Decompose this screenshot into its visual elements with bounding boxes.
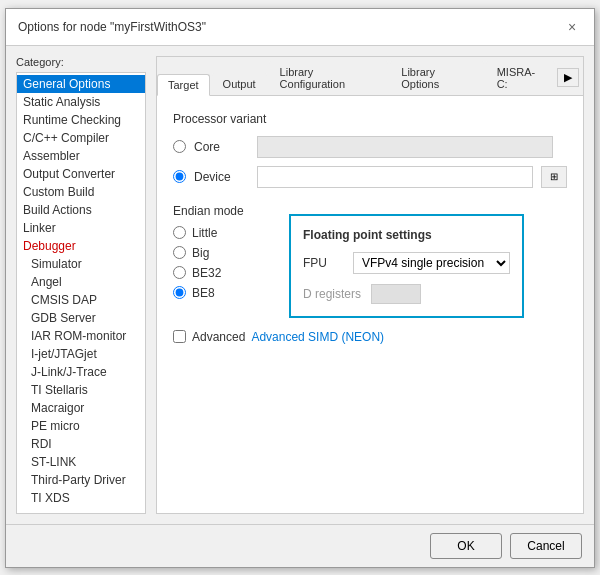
core-radio[interactable] [173,140,186,153]
advanced-simd-link[interactable]: Advanced SIMD (NEON) [251,330,384,344]
device-radio[interactable] [173,170,186,183]
be32-radio[interactable] [173,266,186,279]
sidebar-item-simulator[interactable]: Simulator [17,255,145,273]
core-radio-label: Core [194,140,249,154]
big-radio[interactable] [173,246,186,259]
floating-point-title: Floating point settings [303,228,510,242]
processor-variant-label: Processor variant [173,112,567,126]
sidebar-item-third-party-driver[interactable]: Third-Party Driver [17,471,145,489]
sidebar-item-macraigor[interactable]: Macraigor [17,399,145,417]
sidebar-item-ijet-jtagjet[interactable]: I-jet/JTAGjet [17,345,145,363]
core-value-input[interactable]: Cortex-M4 [257,136,553,158]
sidebar-item-debugger[interactable]: Debugger [17,237,145,255]
sidebar-item-ti-xds[interactable]: TI XDS [17,489,145,507]
registers-row: D registers 16 [303,284,510,304]
sidebar-item-c-cpp-compiler[interactable]: C/C++ Compiler [17,129,145,147]
sidebar-item-static-analysis[interactable]: Static Analysis [17,93,145,111]
dialog-footer: OK Cancel [6,524,594,567]
sidebar-item-ti-stellaris[interactable]: TI Stellaris [17,381,145,399]
registers-input[interactable]: 16 [371,284,421,304]
tab-nav-button[interactable]: ▶ [557,68,579,87]
tab-library-options[interactable]: Library Options [390,61,483,95]
sidebar-item-cmsis-dap[interactable]: CMSIS DAP [17,291,145,309]
big-radio-row: Big [173,246,273,260]
cancel-button[interactable]: Cancel [510,533,582,559]
advanced-simd-row: Advanced Advanced SIMD (NEON) [173,330,567,344]
be32-label: BE32 [192,266,221,280]
sidebar-item-build-actions[interactable]: Build Actions [17,201,145,219]
sidebar-item-linker[interactable]: Linker [17,219,145,237]
sidebar-item-output-converter[interactable]: Output Converter [17,165,145,183]
category-label: Category: [16,56,146,68]
registers-label: D registers [303,287,361,301]
sidebar-item-gdb-server[interactable]: GDB Server [17,309,145,327]
sidebar-item-st-link[interactable]: ST-LINK [17,453,145,471]
fpu-select[interactable]: NoneVFPv4 single precisionVFPv4 double p… [353,252,510,274]
tab-content: Processor variant Core Cortex-M4 Device … [157,96,583,513]
sidebar-item-custom-build[interactable]: Custom Build [17,183,145,201]
tab-output[interactable]: Output [212,73,267,95]
endian-options: Little Big BE32 [173,226,273,300]
sidebar-item-runtime-checking[interactable]: Runtime Checking [17,111,145,129]
be32-radio-row: BE32 [173,266,273,280]
big-label: Big [192,246,209,260]
tabs-bar: TargetOutputLibrary ConfigurationLibrary… [157,57,583,96]
device-radio-label: Device [194,170,249,184]
fpu-label: FPU [303,256,343,270]
endian-floating-section: Endian mode Little Big [173,204,567,318]
sidebar-item-rdi[interactable]: RDI [17,435,145,453]
main-panel: TargetOutputLibrary ConfigurationLibrary… [156,56,584,514]
close-button[interactable]: × [562,17,582,37]
be8-radio[interactable] [173,286,186,299]
title-bar: Options for node "myFirstWithOS3" × [6,9,594,46]
endian-mode-label: Endian mode [173,204,273,218]
sidebar-item-assembler[interactable]: Assembler [17,147,145,165]
be8-radio-row: BE8 [173,286,273,300]
advanced-simd-checkbox[interactable] [173,330,186,343]
tab-misra-c[interactable]: MISRA-C: [486,61,555,95]
sidebar-item-iar-rom-monitor[interactable]: IAR ROM-monitor [17,327,145,345]
processor-variant-group: Core Cortex-M4 Device TexasInstruments M… [173,136,567,188]
floating-point-section: Floating point settings FPU NoneVFPv4 si… [289,214,524,318]
tab-library-configuration[interactable]: Library Configuration [269,61,389,95]
options-dialog: Options for node "myFirstWithOS3" × Cate… [5,8,595,568]
dialog-content: Category: General OptionsStatic Analysis… [6,46,594,524]
dialog-title: Options for node "myFirstWithOS3" [18,20,206,34]
core-radio-row: Core Cortex-M4 [173,136,567,158]
sidebar-list: General OptionsStatic AnalysisRuntime Ch… [16,72,146,514]
endian-section: Endian mode Little Big [173,204,273,318]
tab-target[interactable]: Target [157,74,210,96]
device-value-input[interactable]: TexasInstruments MSP432P401R [257,166,533,188]
sidebar-item-general-options[interactable]: General Options [17,75,145,93]
sidebar-item-pe-micro[interactable]: PE micro [17,417,145,435]
fpu-row: FPU NoneVFPv4 single precisionVFPv4 doub… [303,252,510,274]
advanced-simd-label: Advanced [192,330,245,344]
sidebar: Category: General OptionsStatic Analysis… [16,56,146,514]
device-radio-row: Device TexasInstruments MSP432P401R ⊞ [173,166,567,188]
be8-label: BE8 [192,286,215,300]
device-browse-button[interactable]: ⊞ [541,166,567,188]
little-label: Little [192,226,217,240]
sidebar-item-jlink-jtrace[interactable]: J-Link/J-Trace [17,363,145,381]
little-radio-row: Little [173,226,273,240]
sidebar-item-angel[interactable]: Angel [17,273,145,291]
little-radio[interactable] [173,226,186,239]
ok-button[interactable]: OK [430,533,502,559]
